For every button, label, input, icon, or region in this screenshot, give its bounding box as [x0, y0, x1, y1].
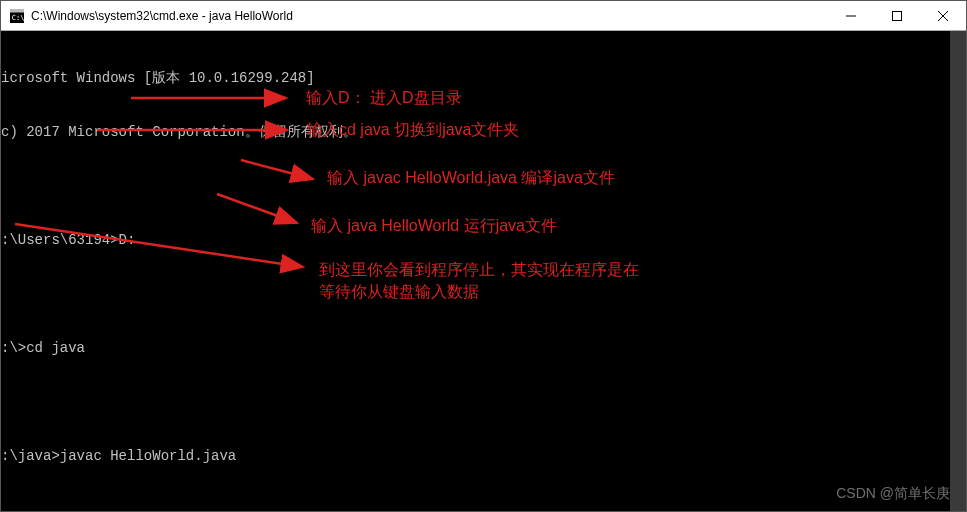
- svg-rect-1: [10, 9, 24, 13]
- close-button[interactable]: [920, 1, 966, 31]
- scrollbar-thumb[interactable]: [950, 31, 966, 511]
- console-line: :\Users\63194>D:: [1, 231, 966, 249]
- svg-text:C:\: C:\: [12, 13, 24, 21]
- console-line: c) 2017 Microsoft Corporation。保留所有权利。: [1, 123, 966, 141]
- minimize-button[interactable]: [828, 1, 874, 31]
- console-line: :\java>javac HelloWorld.java: [1, 447, 966, 465]
- titlebar[interactable]: C:\ C:\Windows\system32\cmd.exe - java H…: [1, 1, 966, 31]
- console-line: :\>cd java: [1, 339, 966, 357]
- maximize-icon: [892, 11, 902, 21]
- console-line: [1, 393, 966, 411]
- console-line: [1, 501, 966, 512]
- console-line: [1, 285, 966, 303]
- console-output: icrosoft Windows [版本 10.0.16299.248] c) …: [1, 31, 966, 511]
- console-line: icrosoft Windows [版本 10.0.16299.248]: [1, 69, 966, 87]
- cmd-window: C:\ C:\Windows\system32\cmd.exe - java H…: [0, 0, 967, 512]
- minimize-icon: [846, 11, 856, 21]
- console-line: [1, 177, 966, 195]
- svg-rect-4: [893, 11, 902, 20]
- console-area[interactable]: icrosoft Windows [版本 10.0.16299.248] c) …: [1, 31, 966, 511]
- maximize-button[interactable]: [874, 1, 920, 31]
- close-icon: [938, 11, 948, 21]
- window-title: C:\Windows\system32\cmd.exe - java Hello…: [31, 9, 293, 23]
- vertical-scrollbar[interactable]: [950, 31, 966, 511]
- cmd-icon: C:\: [9, 8, 25, 24]
